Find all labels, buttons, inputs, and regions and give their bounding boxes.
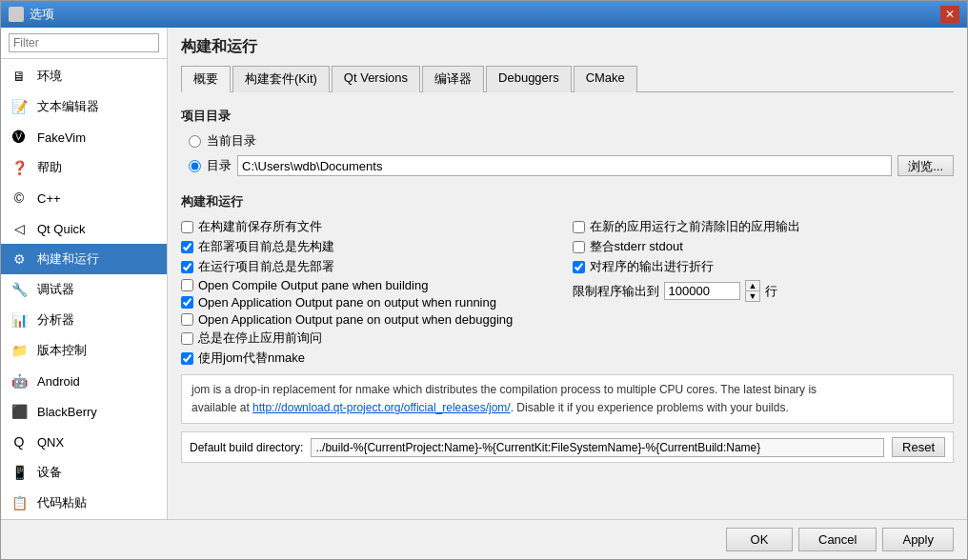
checkbox-label-merge-stderr: 整合stderr stdout (590, 238, 683, 255)
ok-button[interactable]: OK (726, 528, 793, 551)
checkbox-stop-before-run[interactable] (181, 332, 193, 345)
checkbox-label-word-wrap: 对程序的输出进行折行 (590, 258, 714, 275)
page-title: 构建和运行 (181, 37, 954, 57)
sidebar-item-fakevim[interactable]: 🅥 FakeVim (1, 122, 167, 152)
checkbox-clear-old-output[interactable] (573, 221, 585, 233)
sidebar-icon-text-editor: 📝 (9, 96, 30, 117)
radio-dir[interactable] (189, 160, 201, 172)
sidebar-item-help[interactable]: ❓ 帮助 (1, 152, 167, 183)
checkbox-label-stop-before-run: 总是在停止应用前询问 (198, 330, 322, 347)
main-content: 构建和运行 概要构建套件(Kit)Qt Versions编译器Debuggers… (168, 28, 967, 519)
checkbox-label-clear-old-output: 在新的应用运行之前清除旧的应用输出 (590, 218, 800, 235)
checkbox-save-before-build[interactable] (181, 221, 193, 233)
sidebar-icon-qnx: Q (9, 431, 30, 452)
sidebar-label-build-run: 构建和运行 (37, 250, 99, 268)
filter-box (1, 28, 167, 59)
sidebar-label-cpp: C++ (37, 191, 61, 206)
checkbox-label-save-before-build: 在构建前保存所有文件 (198, 218, 322, 235)
cancel-button[interactable]: Cancel (798, 528, 877, 551)
title-bar-title: 选项 (30, 6, 54, 23)
limit-down[interactable]: ▼ (746, 291, 760, 301)
sidebar-icon-blackberry: ⬛ (9, 401, 30, 422)
sidebar-item-analyzer[interactable]: 📊 分析器 (1, 305, 167, 335)
apply-button[interactable]: Apply (882, 528, 954, 551)
sidebar-icon-cpp: © (9, 188, 30, 209)
sidebar-label-debugger: 调试器 (37, 281, 74, 298)
checkbox-merge-stderr[interactable] (573, 241, 585, 253)
checkbox-label-open-compile-output: Open Compile Output pane when building (198, 278, 428, 292)
reset-button[interactable]: Reset (892, 437, 945, 457)
sidebar-icon-version-control: 📁 (9, 340, 30, 361)
radio-current-label: 当前目录 (207, 132, 256, 150)
sidebar-icon-help: ❓ (9, 157, 30, 178)
sidebar-item-debugger[interactable]: 🔧 调试器 (1, 274, 167, 305)
jom-description: jom is a drop-in replacement for nmake w… (181, 374, 954, 424)
checkbox-open-app-output-run[interactable] (181, 296, 193, 309)
sidebar-item-device[interactable]: 📱 设备 (1, 457, 167, 488)
sidebar-item-build-run[interactable]: ⚙ 构建和运行 (1, 244, 167, 274)
sidebar-item-version-control[interactable]: 📁 版本控制 (1, 335, 167, 366)
tab-debuggers[interactable]: Debuggers (486, 66, 572, 92)
col-left: 在构建前保存所有文件 在部署项目前总是先构建 在运行项目前总是先部署 Open … (181, 218, 563, 367)
jom-link[interactable]: http://download.qt-project.org/official_… (252, 401, 511, 414)
checkbox-label-open-app-output-debug: Open Application Output pane on output w… (198, 312, 513, 327)
radio-group: 当前目录 目录 浏览... (189, 132, 954, 176)
checkbox-label-use-jom: 使用jom代替nmake (198, 350, 305, 367)
checkbox-open-app-output-debug[interactable] (181, 313, 193, 326)
checkbox-use-jom[interactable] (181, 352, 193, 365)
dir-input[interactable] (237, 155, 892, 176)
sidebar-item-text-editor[interactable]: 📝 文本编辑器 (1, 91, 167, 122)
options-columns: 在构建前保存所有文件 在部署项目前总是先构建 在运行项目前总是先部署 Open … (181, 218, 954, 367)
sidebar-label-fakevim: FakeVim (37, 130, 86, 145)
limit-label: 限制程序输出到 (573, 283, 659, 300)
sidebar-item-android[interactable]: 🤖 Android (1, 366, 167, 396)
limit-up[interactable]: ▲ (746, 281, 760, 291)
tab-kits[interactable]: 构建套件(Kit) (232, 66, 330, 92)
checkbox-label-open-app-output-run: Open Application Output pane on output w… (198, 295, 496, 310)
options-dialog: 选项 ✕ 🖥 环境 📝 文本编辑器 🅥 FakeVim ❓ 帮助 © C++ ◁… (0, 0, 968, 560)
checkbox-label-always-deploy: 在部署项目前总是先构建 (198, 238, 334, 255)
dialog-body: 🖥 环境 📝 文本编辑器 🅥 FakeVim ❓ 帮助 © C++ ◁ Qt Q… (1, 28, 967, 519)
tab-compiler[interactable]: 编译器 (422, 66, 484, 92)
title-bar: 选项 ✕ (1, 1, 967, 28)
sidebar-item-code-paste[interactable]: 📋 代码粘贴 (1, 488, 167, 518)
tab-overview[interactable]: 概要 (181, 66, 231, 92)
sidebar-label-text-editor: 文本编辑器 (37, 98, 99, 115)
radio-dir-label: 目录 (207, 157, 232, 174)
sidebar-item-blackberry[interactable]: ⬛ BlackBerry (1, 396, 167, 427)
checkbox-label-always-deploy-run: 在运行项目前总是先部署 (198, 258, 334, 275)
browse-button[interactable]: 浏览... (897, 155, 954, 176)
check-row-right-clear-old-output: 在新的应用运行之前清除旧的应用输出 (573, 218, 955, 235)
sidebar-item-qt-quick[interactable]: ◁ Qt Quick (1, 213, 167, 244)
jom-text-3: . Disable it if you experience problems … (511, 401, 789, 414)
checkbox-word-wrap[interactable] (573, 261, 585, 273)
sidebar-label-version-control: 版本控制 (37, 342, 87, 359)
sidebar-item-cpp[interactable]: © C++ (1, 183, 167, 213)
tab-qt-versions[interactable]: Qt Versions (332, 66, 420, 92)
filter-input[interactable] (9, 33, 159, 52)
sidebar-item-environment[interactable]: 🖥 环境 (1, 61, 167, 91)
tabs-bar: 概要构建套件(Kit)Qt Versions编译器DebuggersCMake (181, 65, 954, 92)
check-row-open-compile-output: Open Compile Output pane when building (181, 278, 563, 292)
checkbox-always-deploy-run[interactable] (181, 261, 193, 273)
check-row-always-deploy: 在部署项目前总是先构建 (181, 238, 563, 255)
check-row-always-deploy-run: 在运行项目前总是先部署 (181, 258, 563, 275)
check-row-open-app-output-run: Open Application Output pane on output w… (181, 295, 563, 310)
limit-input[interactable] (664, 282, 740, 300)
sidebar-icon-qt-quick: ◁ (9, 218, 30, 239)
col-right: 在新的应用运行之前清除旧的应用输出 整合stderr stdout 对程序的输出… (563, 218, 955, 367)
project-dir-title: 项目目录 (181, 108, 954, 125)
default-build-row: Default build directory: Reset (181, 431, 954, 463)
checkbox-always-deploy[interactable] (181, 241, 193, 253)
sidebar-label-code-paste: 代码粘贴 (37, 494, 87, 511)
close-button[interactable]: ✕ (940, 6, 959, 23)
radio-current-dir[interactable] (189, 135, 201, 148)
jom-text-2: available at (192, 401, 252, 414)
default-build-input[interactable] (311, 438, 884, 457)
tab-cmake[interactable]: CMake (574, 66, 637, 92)
build-run-title: 构建和运行 (181, 193, 954, 210)
checkbox-open-compile-output[interactable] (181, 279, 193, 291)
sidebar-label-blackberry: BlackBerry (37, 405, 97, 419)
limit-unit: 行 (765, 283, 777, 300)
sidebar-item-qnx[interactable]: Q QNX (1, 427, 167, 457)
